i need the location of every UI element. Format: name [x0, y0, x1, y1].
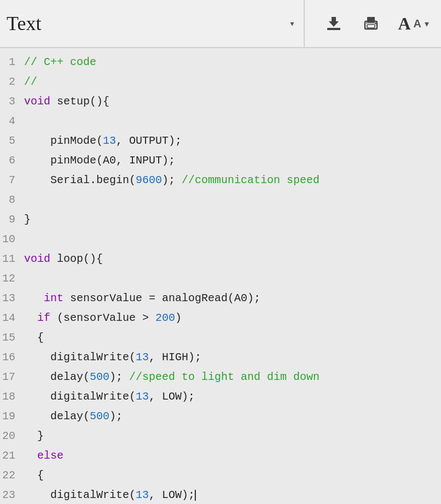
line-number: 23 [0, 485, 24, 504]
token: Serial.begin( [24, 174, 136, 186]
download-icon [325, 15, 343, 32]
token: ); [162, 174, 182, 186]
line-number: 1 [0, 52, 24, 72]
token: digitalWrite( [24, 489, 136, 501]
toolbar-actions: A A ▾ [309, 7, 434, 40]
line-content: digitalWrite(13, LOW); [24, 485, 196, 504]
code-line-6: 6 pinMode(A0, INPUT); [0, 151, 441, 171]
print-icon [362, 15, 380, 32]
token: , LOW); [149, 390, 195, 403]
token [24, 292, 44, 304]
line-content: else [24, 446, 63, 466]
font-large-a: A [398, 14, 410, 34]
code-line-11: 11void loop(){ [0, 249, 441, 269]
token: //communication speed [182, 174, 320, 186]
token: // C++ code [24, 56, 96, 68]
line-number: 22 [0, 466, 24, 485]
line-content: void loop(){ [24, 249, 103, 269]
line-content: int sensorValue = analogRead(A0); [24, 289, 260, 308]
font-dropdown-arrow: ▾ [425, 19, 429, 29]
code-line-10: 10 [0, 230, 441, 249]
font-size-button[interactable]: A A ▾ [392, 7, 434, 40]
token: 13 [136, 489, 149, 501]
token: 9600 [136, 174, 162, 186]
line-number: 13 [0, 289, 24, 308]
token: } [24, 213, 31, 226]
download-button[interactable] [318, 7, 350, 40]
token: int [44, 292, 63, 304]
line-content: digitalWrite(13, LOW); [24, 387, 195, 407]
code-line-4: 4 [0, 112, 441, 131]
line-content: pinMode(A0, INPUT); [24, 151, 175, 171]
code-editor[interactable]: 1// C++ code2//3void setup(){45 pinMode(… [0, 48, 441, 504]
token: pinMode( [24, 134, 103, 147]
toolbar: Text ▾ A A ▾ [0, 0, 441, 48]
line-number: 15 [0, 328, 24, 348]
token: 500 [90, 371, 109, 383]
token: } [24, 430, 44, 442]
token: { [24, 469, 44, 482]
line-content: Serial.begin(9600); //communication spee… [24, 171, 320, 190]
line-content: delay(500); [24, 407, 123, 426]
code-line-3: 3void setup(){ [0, 92, 441, 112]
editor-title: Text [7, 12, 285, 35]
svg-rect-0 [327, 28, 340, 30]
token: ); [109, 371, 129, 383]
line-number: 12 [0, 269, 24, 289]
token: ); [109, 410, 123, 423]
line-number: 8 [0, 190, 24, 210]
code-line-20: 20 } [0, 426, 441, 446]
svg-rect-4 [367, 25, 375, 28]
code-line-7: 7 Serial.begin(9600); //communication sp… [0, 171, 441, 190]
token: 200 [155, 312, 175, 324]
token: , LOW); [149, 489, 195, 501]
token: { [24, 331, 44, 344]
svg-rect-3 [367, 17, 375, 22]
line-number: 9 [0, 210, 24, 230]
code-line-19: 19 delay(500); [0, 407, 441, 426]
token: pinMode(A0, INPUT); [24, 154, 175, 167]
token: 13 [136, 390, 149, 403]
token: sensorValue = analogRead(A0); [63, 292, 260, 304]
toolbar-title-section: Text ▾ [7, 0, 305, 47]
code-line-12: 12 [0, 269, 441, 289]
token: loop(){ [50, 253, 103, 265]
code-line-2: 2// [0, 72, 441, 92]
line-number: 19 [0, 407, 24, 426]
line-number: 10 [0, 230, 24, 249]
line-number: 5 [0, 131, 24, 151]
line-number: 16 [0, 348, 24, 367]
code-line-18: 18 digitalWrite(13, LOW); [0, 387, 441, 407]
svg-point-6 [375, 23, 377, 25]
token: digitalWrite( [24, 351, 136, 364]
token: setup(){ [50, 95, 109, 108]
token [24, 312, 37, 324]
text-cursor [195, 489, 196, 501]
token: void [24, 95, 50, 108]
line-number: 11 [0, 249, 24, 269]
token: else [37, 449, 63, 462]
code-line-23: 23 digitalWrite(13, LOW); [0, 485, 441, 504]
line-number: 7 [0, 171, 24, 190]
line-number: 3 [0, 92, 24, 112]
code-line-17: 17 delay(500); //speed to light and dim … [0, 367, 441, 387]
print-button[interactable] [355, 7, 387, 40]
line-content: } [24, 210, 31, 230]
code-line-5: 5 pinMode(13, OUTPUT); [0, 131, 441, 151]
line-number: 20 [0, 426, 24, 446]
code-line-13: 13 int sensorValue = analogRead(A0); [0, 289, 441, 308]
code-line-22: 22 { [0, 466, 441, 485]
title-dropdown-arrow[interactable]: ▾ [289, 17, 295, 30]
token: , HIGH); [149, 351, 201, 364]
token: ) [175, 312, 182, 324]
token: , OUTPUT); [116, 134, 182, 147]
line-number: 4 [0, 112, 24, 131]
line-content: } [24, 426, 44, 446]
token: 13 [103, 134, 116, 147]
code-line-14: 14 if (sensorValue > 200) [0, 308, 441, 328]
line-number: 2 [0, 72, 24, 92]
line-number: 21 [0, 446, 24, 466]
line-content: // C++ code [24, 52, 96, 72]
code-line-9: 9} [0, 210, 441, 230]
code-line-16: 16 digitalWrite(13, HIGH); [0, 348, 441, 367]
